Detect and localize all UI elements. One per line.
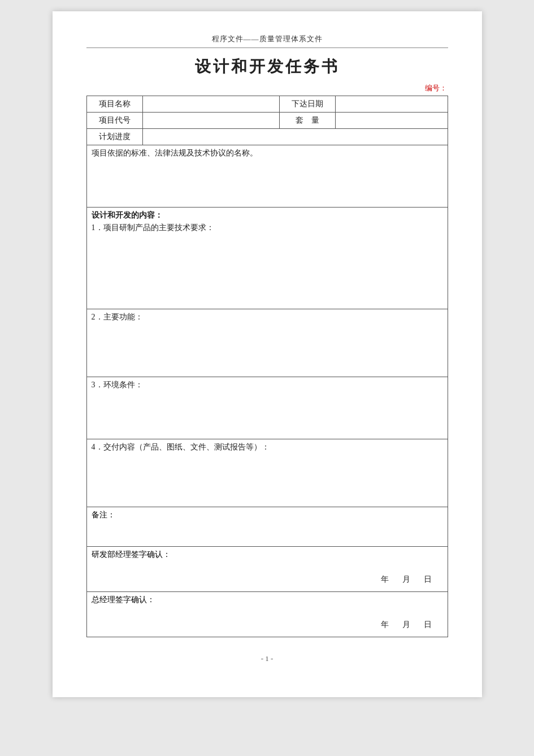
sign2-label: 总经理签字确认： — [92, 595, 443, 605]
table-row-sign1: 研发部经理签字确认： 年 月 日 — [86, 547, 448, 592]
sign1-year: 年 — [381, 574, 389, 585]
cell-sign1: 研发部经理签字确认： 年 月 日 — [86, 547, 448, 592]
sign2-day: 日 — [424, 620, 432, 630]
design-item4: 4．交付内容（产品、图纸、文件、测试报告等）： — [92, 442, 443, 452]
cell-design-item3: 3．环境条件： — [86, 377, 448, 439]
design-item3: 3．环境条件： — [92, 380, 443, 390]
sign2-month: 月 — [402, 620, 410, 630]
table-row-standards: 项目依据的标准、法律法规及技术协议的名称。 — [86, 145, 448, 208]
label-suite-qty: 套 量 — [280, 113, 336, 129]
cell-design-item4: 4．交付内容（产品、图纸、文件、测试报告等）： — [86, 439, 448, 507]
table-row-design-item2: 2．主要功能： — [86, 309, 448, 377]
footer-page-number: - 1 - — [86, 654, 448, 663]
beizhu-label: 备注： — [92, 511, 115, 519]
value-issue-date — [336, 96, 448, 113]
value-project-code — [142, 113, 279, 129]
biaohao-label: 编号： — [425, 84, 447, 92]
sign2-year: 年 — [381, 620, 389, 630]
sign2-date-row: 年 月 日 — [92, 615, 443, 632]
table-row-design-header: 设计和开发的内容： 1．项目研制产品的主要技术要求： — [86, 208, 448, 309]
cell-design-item2: 2．主要功能： — [86, 309, 448, 377]
label-suite: 套 — [296, 116, 303, 124]
cell-design-header: 设计和开发的内容： 1．项目研制产品的主要技术要求： — [86, 208, 448, 309]
table-row-sign2: 总经理签字确认： 年 月 日 — [86, 592, 448, 637]
design-title: 设计和开发的内容： — [92, 210, 443, 221]
design-item2: 2．主要功能： — [92, 312, 443, 322]
table-row: 项目名称 下达日期 — [86, 96, 448, 113]
design-item1: 1．项目研制产品的主要技术要求： — [92, 223, 443, 233]
table-row: 项目代号 套 量 — [86, 113, 448, 129]
document-title: 设计和开发任务书 — [86, 56, 448, 77]
table-row-beizhu: 备注： — [86, 507, 448, 547]
sign1-day: 日 — [424, 574, 432, 585]
value-plan-progress — [142, 129, 448, 145]
cell-sign2: 总经理签字确认： 年 月 日 — [86, 592, 448, 637]
sign1-month: 月 — [402, 574, 410, 585]
header-top-label: 程序文件——质量管理体系文件 — [86, 34, 448, 48]
label-issue-date: 下达日期 — [280, 96, 336, 113]
sign1-date-row: 年 月 日 — [92, 570, 443, 587]
page: 程序文件——质量管理体系文件 设计和开发任务书 编号： 项目名称 下达日期 项目… — [53, 11, 482, 697]
cell-beizhu: 备注： — [86, 507, 448, 547]
table-row-design-item4: 4．交付内容（产品、图纸、文件、测试报告等）： — [86, 439, 448, 507]
label-qty: 量 — [311, 116, 319, 124]
table-row-design-item3: 3．环境条件： — [86, 377, 448, 439]
label-project-code: 项目代号 — [86, 113, 142, 129]
value-project-name — [142, 96, 279, 113]
standards-text: 项目依据的标准、法律法规及技术协议的名称。 — [92, 148, 443, 158]
main-table: 项目名称 下达日期 项目代号 套 量 计划进度 项目依据的标准、法律法规及技术协… — [86, 96, 448, 637]
biaohao-row: 编号： — [86, 83, 448, 93]
sign1-label: 研发部经理签字确认： — [92, 550, 443, 560]
cell-standards: 项目依据的标准、法律法规及技术协议的名称。 — [86, 145, 448, 208]
value-suite-qty — [336, 113, 448, 129]
table-row: 计划进度 — [86, 129, 448, 145]
label-plan-progress: 计划进度 — [86, 129, 142, 145]
label-project-name: 项目名称 — [86, 96, 142, 113]
